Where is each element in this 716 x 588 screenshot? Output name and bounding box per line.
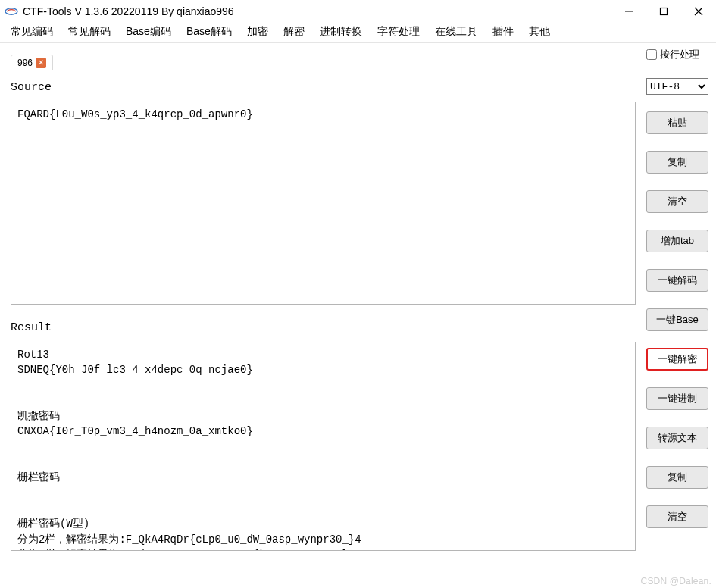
clear-button-top[interactable]: 清空 [646,190,708,213]
menu-radix[interactable]: 进制转换 [312,23,370,40]
menu-string[interactable]: 字符处理 [370,23,427,40]
per-line-label: 按行处理 [660,48,699,61]
radix-all-button[interactable]: 一键进制 [646,387,708,410]
svg-rect-2 [661,8,668,15]
clear-button-bottom[interactable]: 清空 [646,505,708,528]
result-output[interactable] [11,342,636,551]
close-button[interactable] [681,0,716,23]
result-label: Result [11,321,636,334]
menu-decrypt[interactable]: 解密 [276,23,312,40]
window-title: CTF-Tools V 1.3.6 20220119 By qianxiao99… [23,5,234,17]
base-all-button[interactable]: 一键Base [646,308,708,331]
per-line-checkbox-row[interactable]: 按行处理 [646,48,710,61]
maximize-button[interactable] [646,0,681,23]
app-logo-icon [5,6,18,17]
menu-base-encode[interactable]: Base编码 [118,23,179,40]
menu-plugin[interactable]: 插件 [485,23,521,40]
tab-label: 996 [17,58,33,68]
encoding-select[interactable]: UTF-8 [646,78,708,95]
copy-button-top[interactable]: 复制 [646,151,708,174]
watermark: CSDN @Dalean. [641,576,711,586]
per-line-checkbox[interactable] [646,49,657,60]
copy-button-bottom[interactable]: 复制 [646,466,708,489]
menubar: 常见编码 常见解码 Base编码 Base解码 加密 解密 进制转换 字符处理 … [0,23,716,41]
source-input[interactable] [11,102,636,305]
decode-all-button[interactable]: 一键解码 [646,269,708,292]
add-tab-button[interactable]: 增加tab [646,230,708,252]
minimize-button[interactable] [611,0,646,23]
tab-996[interactable]: 996 ✕ [11,55,53,70]
menu-common-decode[interactable]: 常见解码 [61,23,118,40]
to-source-button[interactable]: 转源文本 [646,427,708,449]
menu-other[interactable]: 其他 [521,23,558,40]
paste-button[interactable]: 粘贴 [646,111,708,134]
decrypt-all-button[interactable]: 一键解密 [646,348,708,371]
titlebar: CTF-Tools V 1.3.6 20220119 By qianxiao99… [0,0,716,23]
tabstrip: 996 ✕ [11,51,636,70]
menu-encrypt[interactable]: 加密 [239,23,276,40]
menu-base-decode[interactable]: Base解码 [179,23,239,40]
menu-online[interactable]: 在线工具 [427,23,485,40]
tab-close-icon[interactable]: ✕ [36,58,46,68]
source-label: Source [11,81,636,94]
menu-common-encode[interactable]: 常见编码 [3,23,61,40]
